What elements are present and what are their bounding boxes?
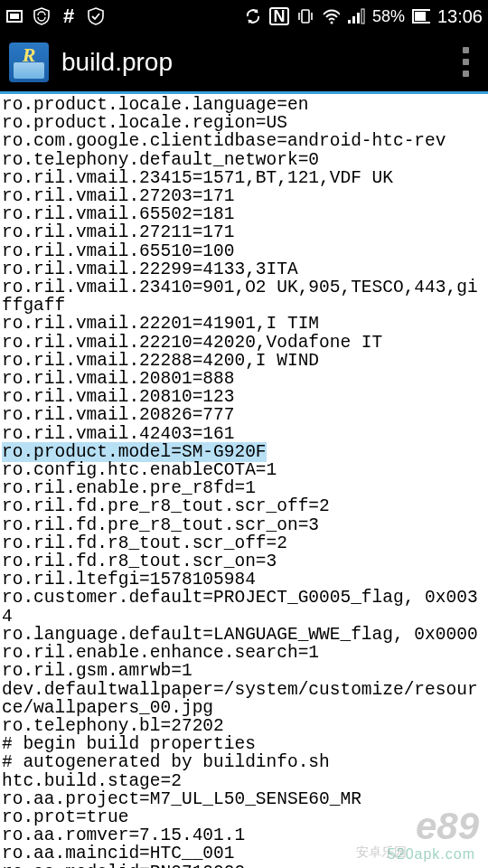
editor-line[interactable]: ro.ril.vmail.20810=123 <box>2 388 488 406</box>
svg-rect-7 <box>352 16 355 24</box>
editor-line[interactable]: ro.ril.vmail.20801=888 <box>2 370 488 388</box>
svg-rect-1 <box>10 14 19 19</box>
editor-line[interactable]: ro.ril.enable.pre_r8fd=1 <box>2 479 488 497</box>
vibrate-icon <box>296 7 314 25</box>
editor-line[interactable]: ro.telephony.default_network=0 <box>2 151 488 169</box>
editor-line[interactable]: ro.customer.default=PROJECT_G0005_flag, … <box>2 589 488 625</box>
nfc-icon: N <box>269 7 289 25</box>
editor-line[interactable]: ro.com.google.clientidbase=android-htc-r… <box>2 132 488 150</box>
shield-check-icon <box>87 7 105 25</box>
editor-line[interactable]: ro.ril.enable.enhance.search=1 <box>2 644 488 662</box>
editor-line[interactable]: ro.product.model=SM-G920F <box>2 443 488 461</box>
svg-rect-6 <box>348 20 351 24</box>
editor-line[interactable]: # begin build properties <box>2 735 488 753</box>
editor-line[interactable]: ro.aa.maincid=HTC__001 <box>2 844 488 863</box>
editor-line[interactable]: ro.ril.vmail.22210=42020,Vodafone IT <box>2 334 488 352</box>
svg-rect-11 <box>415 12 426 21</box>
editor-line[interactable]: dev.defaultwallpaper=/system/customize/r… <box>2 681 488 717</box>
svg-point-5 <box>330 22 333 24</box>
status-bar: # N 58% 13:06 <box>0 0 488 33</box>
screenshot-icon <box>5 7 23 25</box>
signal-icon <box>347 7 365 25</box>
editor-line[interactable]: htc.build.stage=2 <box>2 772 488 790</box>
editor-line[interactable]: ro.ril.vmail.22299=4133,3ITA <box>2 260 488 278</box>
editor-line[interactable]: ro.ril.vmail.65502=181 <box>2 205 488 223</box>
editor-line[interactable]: ro.aa.romver=7.15.401.1 <box>2 826 488 844</box>
editor-line[interactable]: ro.prot=true <box>2 808 488 826</box>
svg-rect-9 <box>361 9 364 24</box>
editor-line[interactable]: ro.config.htc.enableCOTA=1 <box>2 461 488 479</box>
editor-line[interactable]: ro.ril.vmail.27211=171 <box>2 223 488 241</box>
editor-line[interactable]: ro.telephony.bl=27202 <box>2 717 488 735</box>
editor-line[interactable]: ro.ril.gsm.amrwb=1 <box>2 662 488 680</box>
battery-percent: 58% <box>372 7 405 26</box>
app-bar: R build.prop <box>0 33 488 94</box>
editor-line[interactable]: ro.ril.vmail.22201=41901,I TIM <box>2 315 488 333</box>
editor-line[interactable]: ro.ril.fd.pre_r8_tout.scr_on=3 <box>2 516 488 534</box>
editor-line[interactable]: ro.ril.fd.r8_tout.scr_off=2 <box>2 534 488 552</box>
editor-line[interactable]: ro.ril.vmail.20826=777 <box>2 406 488 424</box>
editor-line[interactable]: ro.ril.fd.pre_r8_tout.scr_off=2 <box>2 497 488 515</box>
editor-line[interactable]: ro.aa.modelid=PN0710000 <box>2 863 488 868</box>
shield-sync-icon <box>33 7 51 25</box>
editor-line[interactable]: ro.language.default=LANGUAGE_WWE_flag, 0… <box>2 626 488 644</box>
file-title: build.prop <box>61 48 452 77</box>
svg-rect-8 <box>357 13 360 24</box>
hash-icon: # <box>60 7 78 25</box>
editor-line[interactable]: ro.aa.project=M7_UL_L50_SENSE60_MR <box>2 790 488 808</box>
battery-icon <box>412 7 430 25</box>
wifi-icon <box>322 7 340 25</box>
editor-line[interactable]: ro.ril.vmail.42403=161 <box>2 425 488 443</box>
app-icon[interactable]: R <box>9 42 49 82</box>
highlighted-text[interactable]: ro.product.model=SM-G920F <box>2 442 267 462</box>
svg-rect-2 <box>302 10 309 23</box>
clock: 13:06 <box>437 6 483 27</box>
editor-line[interactable]: ro.ril.vmail.23410=901,O2 UK,905,TESCO,4… <box>2 278 488 315</box>
editor-line[interactable]: ro.ril.ltefgi=1578105984 <box>2 571 488 589</box>
text-editor[interactable]: ro.product.locale.language=enro.product.… <box>0 94 488 868</box>
overflow-menu-icon[interactable] <box>452 47 479 77</box>
editor-line[interactable]: ro.ril.vmail.23415=1571,BT,121,VDF UK <box>2 169 488 187</box>
editor-line[interactable]: ro.product.locale.region=US <box>2 114 488 132</box>
editor-line[interactable]: ro.product.locale.language=en <box>2 96 488 114</box>
editor-line[interactable]: ro.ril.vmail.65510=100 <box>2 242 488 260</box>
editor-line[interactable]: ro.ril.fd.r8_tout.scr_on=3 <box>2 552 488 571</box>
editor-line[interactable]: ro.ril.vmail.27203=171 <box>2 187 488 205</box>
sync-icon <box>244 7 262 25</box>
editor-line[interactable]: # autogenerated by buildinfo.sh <box>2 753 488 771</box>
editor-line[interactable]: ro.ril.vmail.22288=4200,I WIND <box>2 352 488 370</box>
